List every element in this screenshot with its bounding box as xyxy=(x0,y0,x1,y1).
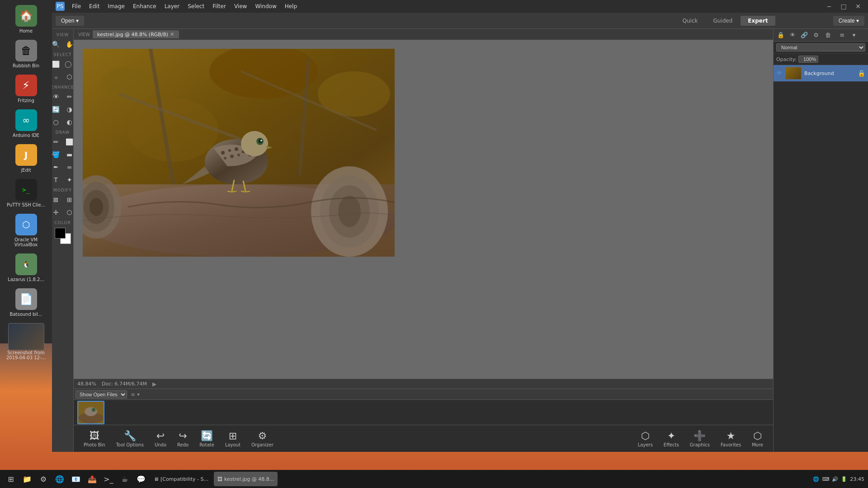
taskbar-icon-fritzing[interactable]: ⚡ Fritzing xyxy=(4,72,49,106)
menu-enhance[interactable]: Enhance xyxy=(129,2,160,10)
status-arrow[interactable]: ▶ xyxy=(152,381,156,387)
magic-wand-tool[interactable]: ⬡ xyxy=(63,70,74,83)
filmstrip-settings-icon[interactable]: ≡ xyxy=(131,391,135,398)
favorites-button[interactable]: ★ Favorites xyxy=(716,428,745,449)
taskbar-terminal-icon[interactable]: >_ xyxy=(101,472,116,486)
eye-tool[interactable]: 👁 xyxy=(52,90,62,103)
filmstrip-dropdown[interactable]: Show Open Files xyxy=(75,390,127,399)
taskbar-ftp-icon[interactable]: 📤 xyxy=(85,472,99,486)
layer-item-background[interactable]: 👁 Background 🔒 xyxy=(774,65,868,82)
taskbar-chat-icon[interactable]: 💬 xyxy=(134,472,148,486)
brush-heal-tool[interactable]: ✏ xyxy=(63,90,74,103)
file-tab[interactable]: kestrel.jpg @ 48.8% (RGB/8) ✕ xyxy=(93,30,179,38)
taskbar-icon-batsound[interactable]: 📄 Batsound bil... xyxy=(4,286,49,319)
taskbar-icon-arduino[interactable]: ∞ Arduino IDE xyxy=(4,107,49,141)
menu-select[interactable]: Select xyxy=(184,2,208,10)
clone-tool[interactable]: 🔄 xyxy=(52,103,62,116)
taskbar-running-compat[interactable]: 🖥 [Compatibility - S... xyxy=(150,472,212,486)
photo-bin-button[interactable]: 🖼 Photo Bin xyxy=(79,428,110,449)
brush-tool[interactable]: ✏ xyxy=(52,136,62,148)
minimize-button[interactable]: − xyxy=(823,2,835,11)
taskbar-apps-icon[interactable]: ⊞ xyxy=(4,472,18,486)
taskbar-browser-icon[interactable]: 🌐 xyxy=(52,472,67,486)
redo-button[interactable]: ↪ Redo xyxy=(173,428,193,449)
quick-selection-tool[interactable]: ⬦ xyxy=(52,70,62,83)
tool-options-button[interactable]: 🔧 Tool Options xyxy=(112,428,148,449)
straighten-tool[interactable]: ⬡ xyxy=(63,206,74,219)
open-button[interactable]: Open ▾ xyxy=(56,16,84,26)
layers-more-icon[interactable]: ≡ xyxy=(837,30,848,40)
taskbar-java-icon[interactable]: ☕ xyxy=(118,472,132,486)
close-button[interactable]: ✕ xyxy=(852,2,864,11)
menu-image[interactable]: Image xyxy=(104,2,128,10)
lasso-tool[interactable]: ⃝ xyxy=(63,58,74,70)
pencil-tool[interactable]: ✒ xyxy=(52,161,62,174)
move-tool[interactable]: ✛ xyxy=(52,206,62,219)
taskbar-icon-virtualbox[interactable]: ⬡ Oracle VM VirtualBox xyxy=(4,211,49,250)
undo-button[interactable]: ↩ Undo xyxy=(150,428,171,449)
paint-bucket-tool[interactable]: 🪣 xyxy=(52,148,62,161)
blur-tool[interactable]: ◑ xyxy=(63,103,74,116)
sound-icon[interactable]: 🔊 xyxy=(832,476,838,482)
menu-filter[interactable]: Filter xyxy=(209,2,230,10)
text-tool[interactable]: T xyxy=(52,174,62,186)
menu-layer[interactable]: Layer xyxy=(161,2,183,10)
battery-icon[interactable]: 🔋 xyxy=(841,476,847,482)
menu-file[interactable]: File xyxy=(68,2,85,10)
filmstrip-thumb-kestrel[interactable] xyxy=(77,401,104,424)
maximize-button[interactable]: □ xyxy=(837,2,850,11)
rect-shape-tool[interactable]: ▬ xyxy=(63,148,74,161)
more-button[interactable]: ⬡ More xyxy=(747,428,768,449)
menu-edit[interactable]: Edit xyxy=(85,2,103,10)
taskbar-icon-rubbish[interactable]: 🗑 Rubbish Bin xyxy=(4,37,49,71)
taskbar-icon-lazarus[interactable]: 🐧 Lazarus (1.8.2... xyxy=(4,251,49,285)
zoom-tool[interactable]: 🔍 xyxy=(52,38,62,51)
taskbar-icon-screenshot[interactable]: Screenshot from 2019-04-03 12-... xyxy=(4,320,49,363)
blend-mode-select[interactable]: Normal xyxy=(776,43,865,52)
color-swatches[interactable] xyxy=(55,228,71,244)
menu-help[interactable]: Help xyxy=(281,2,301,10)
layer-visibility-icon[interactable]: 👁 xyxy=(776,70,783,77)
keyboard-icon[interactable]: ⌨ xyxy=(822,476,829,482)
dodge-tool[interactable]: ◐ xyxy=(63,116,74,128)
file-tab-close[interactable]: ✕ xyxy=(170,31,175,38)
layers-settings-icon[interactable]: ⚙ xyxy=(811,30,821,40)
network-icon[interactable]: 🌐 xyxy=(813,476,819,482)
effects-button[interactable]: ✦ Effects xyxy=(659,428,684,449)
tab-guided[interactable]: Guided xyxy=(706,16,740,26)
menu-window[interactable]: Window xyxy=(251,2,280,10)
layout-button[interactable]: ⊞ Layout xyxy=(221,428,245,449)
taskbar-files-icon[interactable]: 📁 xyxy=(20,472,34,486)
taskbar-icon-jedit[interactable]: J jEdit xyxy=(4,141,49,175)
foreground-color-swatch[interactable] xyxy=(55,228,66,239)
marquee-tool[interactable]: ⬜ xyxy=(52,58,62,70)
layers-lock-icon[interactable]: 🔒 xyxy=(775,30,786,40)
layers-eye-icon[interactable]: 👁 xyxy=(787,30,798,40)
create-button[interactable]: Create ▾ xyxy=(833,16,864,26)
zoom-level[interactable]: 48.84% xyxy=(77,381,96,387)
tab-expert[interactable]: Expert xyxy=(741,16,775,26)
menu-view[interactable]: View xyxy=(231,2,250,10)
layers-link-icon[interactable]: 🔗 xyxy=(799,30,810,40)
taskbar-icon-home[interactable]: 🏠 Home xyxy=(4,2,49,36)
crop-tool[interactable]: ⊠ xyxy=(52,193,62,206)
taskbar-settings-icon[interactable]: ⚙ xyxy=(36,472,51,486)
layer-lock-icon[interactable]: 🔒 xyxy=(858,70,865,77)
tab-quick[interactable]: Quick xyxy=(675,16,705,26)
layers-delete-icon[interactable]: 🗑 xyxy=(822,30,833,40)
transform-tool[interactable]: ⊞ xyxy=(63,193,74,206)
graphics-button[interactable]: ➕ Graphics xyxy=(685,428,714,449)
custom-shape-tool[interactable]: ✦ xyxy=(63,174,74,186)
taskbar-icon-putty[interactable]: >_ PuTTY SSH Clie... xyxy=(4,176,49,210)
layers-expand-icon[interactable]: ▾ xyxy=(849,30,859,40)
taskbar-mail-icon[interactable]: 📧 xyxy=(69,472,83,486)
filmstrip-chevron-icon[interactable]: ▾ xyxy=(137,391,140,398)
opacity-input[interactable] xyxy=(798,56,818,63)
eraser-tool[interactable]: ⬜ xyxy=(63,136,74,148)
layers-button[interactable]: ⬡ Layers xyxy=(633,428,657,449)
canvas-wrapper[interactable] xyxy=(74,40,773,379)
hand-tool[interactable]: ✋ xyxy=(63,38,74,51)
smudge-tool[interactable]: ≈ xyxy=(63,161,74,174)
taskbar-running-kestrel[interactable]: 🖼 kestrel.jpg @ 48.8... xyxy=(214,472,278,486)
organizer-button[interactable]: ⚙ Organizer xyxy=(247,428,278,449)
